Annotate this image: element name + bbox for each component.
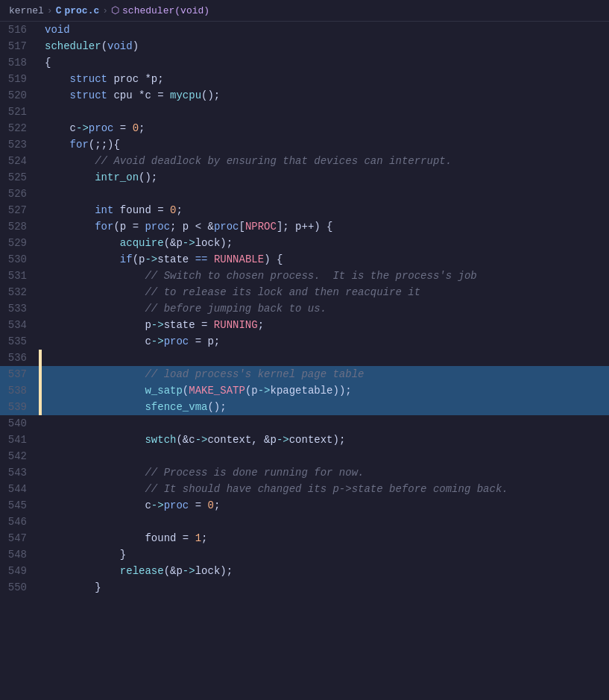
line-number: 533 xyxy=(0,300,39,317)
line-number: 531 xyxy=(0,268,39,284)
line-number: 548 xyxy=(0,546,39,563)
code-content[interactable] xyxy=(42,104,609,120)
code-line: 517scheduler(void) xyxy=(0,38,609,54)
code-line: 522 c->proc = 0; xyxy=(0,120,609,136)
code-line: 520 struct cpu *c = mycpu(); xyxy=(0,87,609,104)
line-number: 526 xyxy=(0,186,39,202)
line-number: 529 xyxy=(0,235,39,251)
line-number: 535 xyxy=(0,333,39,350)
code-content[interactable]: int found = 0; xyxy=(42,202,609,218)
code-content[interactable]: release(&p->lock); xyxy=(42,563,609,579)
line-number: 532 xyxy=(0,284,39,300)
code-content[interactable]: // before jumping back to us. xyxy=(42,300,609,317)
line-number: 545 xyxy=(0,497,39,514)
breadcrumb-bar: kernel › C proc.c › ⬡ scheduler(void) xyxy=(0,0,609,22)
code-content[interactable] xyxy=(42,448,609,464)
breadcrumb-kernel[interactable]: kernel xyxy=(9,5,44,16)
code-content[interactable] xyxy=(42,514,609,530)
code-line: 538 w_satp(MAKE_SATP(p->kpagetable)); xyxy=(0,382,609,399)
code-content[interactable]: // to release its lock and then reacquir… xyxy=(42,284,609,300)
code-content[interactable]: // Avoid deadlock by ensuring that devic… xyxy=(42,153,609,169)
breadcrumb-symbol[interactable]: scheduler(void) xyxy=(122,5,209,16)
line-number: 518 xyxy=(0,54,39,71)
line-number: 546 xyxy=(0,514,39,530)
line-number: 525 xyxy=(0,169,39,186)
line-number: 543 xyxy=(0,464,39,481)
line-number: 523 xyxy=(0,136,39,153)
breadcrumb-lang-icon: C xyxy=(56,5,62,16)
code-content[interactable]: // It should have changed its p->state b… xyxy=(42,481,609,497)
code-line: 534 p->state = RUNNING; xyxy=(0,317,609,333)
code-line: 543 // Process is done running for now. xyxy=(0,464,609,481)
code-line: 531 // Switch to chosen process. It is t… xyxy=(0,268,609,284)
code-line: 550 } xyxy=(0,579,609,596)
code-content[interactable]: sfence_vma(); xyxy=(42,399,609,415)
code-content[interactable] xyxy=(42,186,609,202)
line-number: 542 xyxy=(0,448,39,464)
line-number: 530 xyxy=(0,251,39,268)
code-line: 518{ xyxy=(0,54,609,71)
line-number: 516 xyxy=(0,22,39,38)
code-content[interactable] xyxy=(42,415,609,432)
code-line: 532 // to release its lock and then reac… xyxy=(0,284,609,300)
code-line: 549 release(&p->lock); xyxy=(0,563,609,579)
code-content[interactable]: scheduler(void) xyxy=(42,38,609,54)
code-content[interactable]: for(p = proc; p < &proc[NPROC]; p++) { xyxy=(42,218,609,235)
code-line: 533 // before jumping back to us. xyxy=(0,300,609,317)
code-content[interactable]: c->proc = 0; xyxy=(42,497,609,514)
line-number: 541 xyxy=(0,432,39,448)
code-content[interactable]: w_satp(MAKE_SATP(p->kpagetable)); xyxy=(42,382,609,399)
code-line: 521 xyxy=(0,104,609,120)
code-content[interactable]: c->proc = 0; xyxy=(42,120,609,136)
breadcrumb-sep-2: › xyxy=(102,5,108,16)
line-number: 537 xyxy=(0,366,39,382)
line-number: 539 xyxy=(0,399,39,415)
code-line: 523 for(;;){ xyxy=(0,136,609,153)
code-line: 525 intr_on(); xyxy=(0,169,609,186)
code-line: 547 found = 1; xyxy=(0,530,609,546)
code-content[interactable]: swtch(&c->context, &p->context); xyxy=(42,432,609,448)
code-content[interactable]: { xyxy=(42,54,609,71)
code-content[interactable]: for(;;){ xyxy=(42,136,609,153)
code-content[interactable]: found = 1; xyxy=(42,530,609,546)
line-number: 534 xyxy=(0,317,39,333)
code-content[interactable]: // Process is done running for now. xyxy=(42,464,609,481)
code-line: 528 for(p = proc; p < &proc[NPROC]; p++)… xyxy=(0,218,609,235)
code-line: 541 swtch(&c->context, &p->context); xyxy=(0,432,609,448)
code-content[interactable]: p->state = RUNNING; xyxy=(42,317,609,333)
breadcrumb-sep-1: › xyxy=(47,5,53,16)
code-content[interactable]: // load process's kernel page table xyxy=(42,366,609,382)
code-content[interactable]: void xyxy=(42,22,609,38)
line-number: 538 xyxy=(0,382,39,399)
line-number: 517 xyxy=(0,38,39,54)
line-number: 550 xyxy=(0,579,39,596)
code-line: 529 acquire(&p->lock); xyxy=(0,235,609,251)
line-number: 527 xyxy=(0,202,39,218)
line-number: 547 xyxy=(0,530,39,546)
code-line: 530 if(p->state == RUNNABLE) { xyxy=(0,251,609,268)
code-content[interactable]: c->proc = p; xyxy=(42,333,609,350)
breadcrumb-file[interactable]: proc.c xyxy=(64,5,99,16)
code-line: 548 } xyxy=(0,546,609,563)
code-content[interactable]: } xyxy=(42,579,609,596)
code-content[interactable]: if(p->state == RUNNABLE) { xyxy=(42,251,609,268)
code-content[interactable]: intr_on(); xyxy=(42,169,609,186)
code-line: 516void xyxy=(0,22,609,38)
code-area: 516void517scheduler(void)518{519 struct … xyxy=(0,22,609,596)
code-line: 539 sfence_vma(); xyxy=(0,399,609,415)
line-number: 544 xyxy=(0,481,39,497)
code-content[interactable] xyxy=(42,350,609,366)
code-line: 519 struct proc *p; xyxy=(0,71,609,87)
code-line: 540 xyxy=(0,415,609,432)
code-content[interactable]: // Switch to chosen process. It is the p… xyxy=(42,268,609,284)
code-line: 536 xyxy=(0,350,609,366)
code-content[interactable]: struct cpu *c = mycpu(); xyxy=(42,87,609,104)
code-line: 535 c->proc = p; xyxy=(0,333,609,350)
code-content[interactable]: struct proc *p; xyxy=(42,71,609,87)
line-number: 536 xyxy=(0,350,39,366)
code-content[interactable]: } xyxy=(42,546,609,563)
code-line: 527 int found = 0; xyxy=(0,202,609,218)
code-line: 545 c->proc = 0; xyxy=(0,497,609,514)
line-number: 522 xyxy=(0,120,39,136)
code-content[interactable]: acquire(&p->lock); xyxy=(42,235,609,251)
